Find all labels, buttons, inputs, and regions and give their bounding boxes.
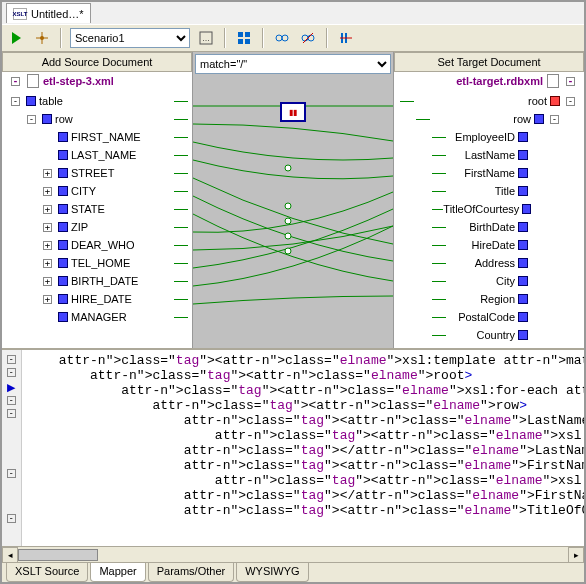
tree-node[interactable]: -table bbox=[6, 92, 188, 110]
scenario-select[interactable]: Scenario1 bbox=[70, 28, 190, 48]
scrollbar-thumb[interactable] bbox=[18, 549, 98, 561]
node-label: Region bbox=[480, 293, 515, 305]
tree-node[interactable]: +TEL_HOME bbox=[6, 254, 188, 272]
collapse-toggle[interactable]: - bbox=[11, 77, 20, 86]
view-button-4[interactable] bbox=[336, 28, 356, 48]
svg-point-21 bbox=[285, 233, 291, 239]
svg-rect-8 bbox=[245, 39, 250, 44]
expand-toggle[interactable]: - bbox=[11, 97, 20, 106]
expand-toggle[interactable]: - bbox=[27, 115, 36, 124]
expand-toggle[interactable]: + bbox=[43, 223, 52, 232]
source-tree[interactable]: -table-rowFIRST_NAMELAST_NAME+STREET+CIT… bbox=[2, 90, 192, 348]
element-icon bbox=[518, 186, 528, 196]
tree-node[interactable]: -row bbox=[398, 110, 580, 128]
connector bbox=[432, 281, 446, 282]
scroll-right-arrow[interactable]: ▸ bbox=[568, 547, 584, 562]
document-tab[interactable]: XSLT Untitled…* bbox=[6, 3, 91, 23]
run-button[interactable] bbox=[6, 28, 26, 48]
horizontal-scrollbar[interactable]: ◂ ▸ bbox=[2, 546, 584, 562]
tree-node[interactable]: FIRST_NAME bbox=[6, 128, 188, 146]
tab-xslt-source[interactable]: XSLT Source bbox=[6, 563, 88, 582]
tree-node[interactable]: LastName bbox=[398, 146, 580, 164]
code-gutter[interactable]: - - ▶ - - - - bbox=[2, 350, 22, 546]
expand-toggle[interactable]: - bbox=[566, 97, 575, 106]
view-button-1[interactable] bbox=[234, 28, 254, 48]
connector bbox=[432, 191, 446, 192]
expand-toggle[interactable]: + bbox=[43, 241, 52, 250]
node-label: row bbox=[55, 113, 73, 125]
node-label: HIRE_DATE bbox=[71, 293, 132, 305]
target-tree[interactable]: -root-rowEmployeeIDLastNameFirstNameTitl… bbox=[394, 90, 584, 348]
match-select[interactable]: match="/" bbox=[195, 54, 391, 74]
view-button-2[interactable] bbox=[272, 28, 292, 48]
collapse-toggle[interactable]: - bbox=[566, 77, 575, 86]
expand-toggle[interactable]: + bbox=[43, 277, 52, 286]
expand-toggle[interactable]: + bbox=[43, 259, 52, 268]
tree-node[interactable]: Address bbox=[398, 254, 580, 272]
svg-point-10 bbox=[282, 35, 288, 41]
node-label: LastName bbox=[465, 149, 515, 161]
expand-toggle[interactable]: + bbox=[43, 295, 52, 304]
tree-node[interactable]: +HIRE_DATE bbox=[6, 290, 188, 308]
connector bbox=[174, 191, 188, 192]
svg-point-20 bbox=[285, 218, 291, 224]
expand-toggle[interactable]: + bbox=[43, 169, 52, 178]
tree-node[interactable]: LAST_NAME bbox=[6, 146, 188, 164]
step-icon bbox=[35, 31, 49, 45]
tab-params-other[interactable]: Params/Other bbox=[148, 563, 234, 582]
tree-node[interactable]: +ZIP bbox=[6, 218, 188, 236]
element-icon bbox=[58, 222, 68, 232]
template-node[interactable]: ▮▮ bbox=[280, 102, 306, 122]
node-label: row bbox=[513, 113, 531, 125]
step-button[interactable] bbox=[32, 28, 52, 48]
source-filename-row[interactable]: - etl-step-3.xml bbox=[2, 72, 192, 90]
expand-toggle[interactable]: + bbox=[43, 205, 52, 214]
fold-toggle[interactable]: - bbox=[7, 355, 16, 364]
element-icon bbox=[518, 168, 528, 178]
code-editor[interactable]: attr-n">class="tag"><attr-n">class="elna… bbox=[22, 350, 584, 546]
node-label: DEAR_WHO bbox=[71, 239, 135, 251]
mapper-pane: Add Source Document - etl-step-3.xml -ta… bbox=[2, 52, 584, 350]
scenario-edit-button[interactable]: … bbox=[196, 28, 216, 48]
tree-node[interactable]: Title bbox=[398, 182, 580, 200]
fold-toggle[interactable]: - bbox=[7, 469, 16, 478]
tree-node[interactable]: PostalCode bbox=[398, 308, 580, 326]
tree-node[interactable]: +DEAR_WHO bbox=[6, 236, 188, 254]
mapping-canvas[interactable]: ▮▮ bbox=[193, 76, 393, 348]
element-icon bbox=[58, 204, 68, 214]
fold-toggle[interactable]: - bbox=[7, 368, 16, 377]
fold-toggle[interactable]: - bbox=[7, 514, 16, 523]
expand-toggle[interactable]: - bbox=[550, 115, 559, 124]
element-icon bbox=[58, 168, 68, 178]
fold-toggle[interactable]: - bbox=[7, 396, 16, 405]
svg-line-13 bbox=[303, 33, 313, 43]
tree-node[interactable]: HireDate bbox=[398, 236, 580, 254]
fold-toggle[interactable]: - bbox=[7, 409, 16, 418]
tab-wysiwyg[interactable]: WYSIWYG bbox=[236, 563, 308, 582]
target-header[interactable]: Set Target Document bbox=[394, 52, 584, 72]
tree-node[interactable]: +STATE bbox=[6, 200, 188, 218]
source-header[interactable]: Add Source Document bbox=[2, 52, 192, 72]
target-panel: Set Target Document etl-target.rdbxml - … bbox=[394, 52, 584, 348]
tree-node[interactable]: +BIRTH_DATE bbox=[6, 272, 188, 290]
bottom-tabs: XSLT SourceMapperParams/OtherWYSIWYG bbox=[2, 562, 584, 582]
tree-node[interactable]: FirstName bbox=[398, 164, 580, 182]
tab-mapper[interactable]: Mapper bbox=[90, 563, 145, 582]
tree-node[interactable]: BirthDate bbox=[398, 218, 580, 236]
tree-node[interactable]: -root bbox=[398, 92, 580, 110]
tree-node[interactable]: -row bbox=[6, 110, 188, 128]
tree-node[interactable]: Country bbox=[398, 326, 580, 344]
element-icon bbox=[518, 276, 528, 286]
tree-node[interactable]: +STREET bbox=[6, 164, 188, 182]
tree-node[interactable]: +CITY bbox=[6, 182, 188, 200]
expand-toggle[interactable]: + bbox=[43, 187, 52, 196]
tree-node[interactable]: Region bbox=[398, 290, 580, 308]
tree-node[interactable]: EmployeeID bbox=[398, 128, 580, 146]
tree-node[interactable]: City bbox=[398, 272, 580, 290]
view-button-3[interactable] bbox=[298, 28, 318, 48]
tree-node[interactable]: TitleOfCourtesy bbox=[398, 200, 580, 218]
tree-node[interactable]: MANAGER bbox=[6, 308, 188, 326]
target-filename-row[interactable]: etl-target.rdbxml - bbox=[394, 72, 584, 90]
play-icon bbox=[12, 32, 21, 44]
scroll-left-arrow[interactable]: ◂ bbox=[2, 547, 18, 562]
